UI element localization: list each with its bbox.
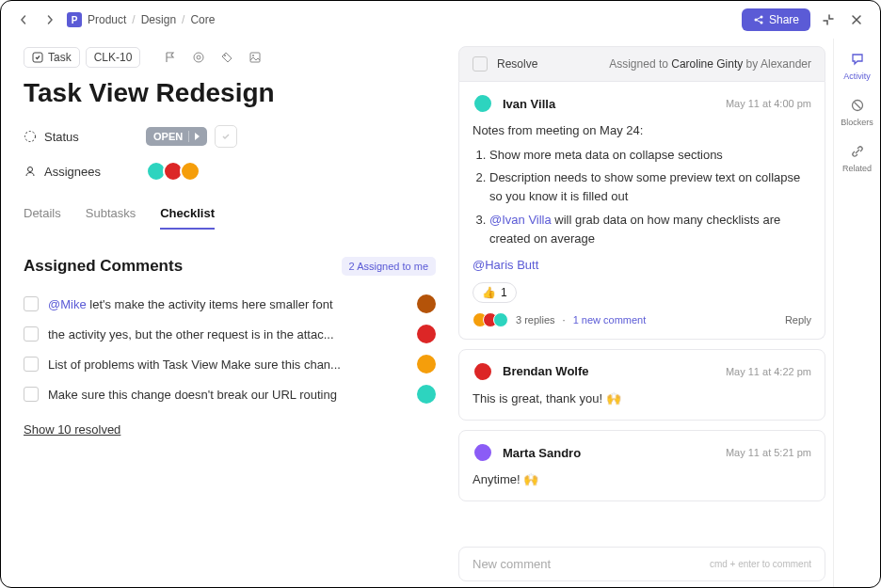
person-icon [24, 165, 37, 178]
reply-author-avatar [473, 442, 493, 463]
assigned-comment-row[interactable]: List of problems with Task View Make sur… [24, 349, 436, 379]
reply-card: Brendan WolfeMay 11 at 4:22 pmThis is gr… [458, 349, 825, 421]
reply-body: Anytime! 🙌 [473, 470, 811, 489]
comment-checkbox[interactable] [24, 326, 39, 342]
share-icon [753, 14, 764, 25]
close-button[interactable] [846, 9, 867, 30]
svg-point-5 [197, 56, 200, 59]
breadcrumb-item[interactable]: Design [141, 13, 176, 26]
composer-hint: cmd + enter to comment [710, 559, 811, 569]
resolve-checkbox[interactable] [473, 56, 488, 72]
rail-tab-related[interactable]: Related [834, 140, 880, 177]
comment-author-avatar [417, 385, 436, 404]
reply-count: 3 replies [516, 314, 555, 326]
comment-author-avatar [417, 355, 436, 373]
reply-author-name: Marta Sandro [503, 446, 581, 460]
show-resolved-link[interactable]: Show 10 resolved [24, 422, 120, 437]
nav-back-button[interactable] [14, 10, 33, 29]
assigned-comment-row[interactable]: Make sure this change doesn't break our … [24, 379, 436, 409]
comment-text: @Mike let's make the activity items here… [48, 297, 408, 311]
breadcrumb-item[interactable]: Product [88, 13, 126, 26]
status-badge[interactable]: OPEN [146, 127, 207, 146]
project-icon: P [67, 12, 82, 27]
reply-button[interactable]: Reply [785, 314, 811, 326]
reply-card: Marta SandroMay 11 at 5:21 pmAnytime! 🙌 [458, 430, 825, 501]
reply-author-avatar [473, 361, 493, 382]
nav-forward-button[interactable] [40, 10, 59, 29]
svg-point-10 [28, 167, 33, 172]
comment-input[interactable] [473, 557, 710, 571]
reply-timestamp: May 11 at 5:21 pm [726, 447, 811, 458]
tab-details[interactable]: Details [24, 199, 61, 230]
flag-icon[interactable] [159, 46, 182, 69]
comment-composer[interactable]: cmd + enter to comment [458, 547, 825, 581]
complete-checkbox[interactable] [215, 125, 237, 148]
task-id-pill[interactable]: CLK-10 [86, 47, 141, 68]
avatar [180, 161, 200, 182]
assignee-avatars[interactable] [146, 161, 200, 182]
assignees-label: Assignees [24, 165, 146, 179]
svg-point-8 [252, 55, 254, 56]
comment-text: List of problems with Task View Make sur… [48, 358, 408, 372]
task-title: Task View Redesign [24, 78, 436, 108]
svg-point-4 [194, 53, 203, 62]
rail-tab-activity[interactable]: Activity [834, 48, 880, 85]
assigned-comments-heading: Assigned Comments [24, 257, 183, 276]
comment-author-avatar [417, 294, 436, 313]
svg-point-6 [224, 55, 226, 56]
comment-timestamp: May 11 at 4:00 pm [726, 98, 811, 109]
chat-icon [850, 52, 865, 69]
reply-body: This is great, thank you! 🙌 [473, 389, 811, 408]
reply-timestamp: May 11 at 4:22 pm [726, 366, 811, 377]
svg-point-9 [25, 132, 36, 142]
assigned-comment-row[interactable]: the activity yes, but the other request … [24, 319, 436, 349]
tag-icon[interactable] [216, 46, 238, 69]
target-icon[interactable] [187, 46, 210, 69]
status-label: Status [24, 130, 146, 144]
comment-checkbox[interactable] [24, 296, 39, 311]
share-button[interactable]: Share [742, 8, 810, 31]
breadcrumb: P Product / Design / Core [67, 12, 215, 27]
comment-author-name: Ivan Villa [503, 97, 555, 111]
rail-tab-blockers[interactable]: Blockers [834, 94, 880, 131]
comment-checkbox[interactable] [24, 357, 39, 372]
svg-rect-7 [250, 53, 260, 62]
reply-avatars [473, 312, 508, 327]
task-icon [32, 52, 43, 63]
comment-body: Notes from meeting on May 24: Show more … [473, 121, 811, 275]
reaction-button[interactable]: 👍 1 [473, 282, 517, 303]
blocked-icon [850, 98, 865, 115]
comment-text: the activity yes, but the other request … [48, 327, 408, 342]
mention-link[interactable]: @Haris Butt [473, 258, 538, 272]
status-icon [24, 130, 37, 143]
assigned-to-text: Assigned to Caroline Ginty by Alexander [609, 57, 811, 71]
new-comment-indicator: 1 new comment [573, 314, 647, 326]
image-icon[interactable] [244, 46, 266, 69]
reply-author-name: Brendan Wolfe [503, 364, 589, 378]
play-icon [195, 133, 200, 140]
comment-author-avatar [417, 325, 436, 343]
comment-text: Make sure this change doesn't break our … [48, 388, 408, 402]
task-type-pill[interactable]: Task [24, 47, 80, 68]
tab-subtasks[interactable]: Subtasks [86, 199, 136, 230]
minimize-button[interactable] [818, 9, 839, 30]
resolve-label: Resolve [497, 57, 537, 71]
assigned-comment-row[interactable]: @Mike let's make the activity items here… [24, 289, 436, 319]
comment-author-avatar [473, 93, 493, 114]
breadcrumb-item[interactable]: Core [190, 13, 215, 26]
comment-checkbox[interactable] [24, 387, 39, 402]
tab-checklist[interactable]: Checklist [160, 199, 215, 230]
link-icon [850, 144, 865, 161]
assigned-count-badge: 2 Assigned to me [342, 257, 436, 276]
